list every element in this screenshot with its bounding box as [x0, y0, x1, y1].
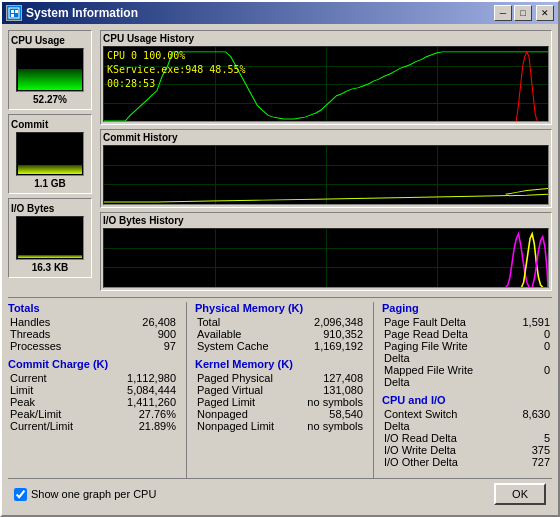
svg-rect-2 — [15, 10, 18, 13]
totals-label-0: Handles — [10, 316, 50, 328]
ok-button[interactable]: OK — [494, 483, 546, 505]
pg-row-2: Paging File Write Delta 0 — [382, 340, 552, 364]
cc-row-1: Limit 5,084,444 — [8, 384, 178, 396]
cpu-io-title: CPU and I/O — [382, 394, 552, 406]
ci-row-2: I/O Write Delta 375 — [382, 444, 552, 456]
ci-label-0: Context Switch Delta — [384, 408, 480, 432]
totals-group: Totals Handles 26,408 Threads 900 Proces… — [8, 302, 178, 352]
km-row-2: Paged Limit no symbols — [195, 396, 365, 408]
cpu-io-group: CPU and I/O Context Switch Delta 8,630 I… — [382, 394, 552, 468]
totals-title: Totals — [8, 302, 178, 314]
kernel-memory-group: Kernel Memory (K) Paged Physical 127,408… — [195, 358, 365, 432]
top-section: CPU Usage 52.27% Commit 1.1 GB I/O — [8, 30, 552, 291]
right-panels: CPU Usage History CPU 0 100.00% KService… — [100, 30, 552, 291]
commit-label: Commit — [11, 119, 48, 130]
cpu-history-graph: CPU 0 100.00% KService.exe:948 48.55% 00… — [103, 46, 549, 122]
km-row-3: Nonpaged 58,540 — [195, 408, 365, 420]
ci-value-1: 5 — [480, 432, 550, 444]
checkbox-area[interactable]: Show one graph per CPU — [14, 488, 156, 501]
cpu-usage-panel: CPU Usage 52.27% — [8, 30, 92, 110]
km-label-0: Paged Physical — [197, 372, 273, 384]
cc-row-0: Current 1,112,980 — [8, 372, 178, 384]
commit-history-label: Commit History — [103, 132, 549, 143]
pm-value-0: 2,096,348 — [293, 316, 363, 328]
totals-label-2: Processes — [10, 340, 61, 352]
io-history-graph — [103, 228, 549, 288]
window-title: System Information — [26, 6, 138, 20]
title-bar: System Information ─ □ ✕ — [2, 2, 558, 24]
pg-label-2: Paging File Write Delta — [384, 340, 480, 364]
paging-group: Paging Page Fault Delta 1,591 Page Read … — [382, 302, 552, 388]
maximize-button[interactable]: □ — [514, 5, 532, 21]
pg-label-1: Page Read Delta — [384, 328, 468, 340]
bottom-bar: Show one graph per CPU OK — [8, 478, 552, 509]
totals-value-1: 900 — [106, 328, 176, 340]
cpu-history-label: CPU Usage History — [103, 33, 549, 44]
divider-2 — [373, 302, 374, 478]
show-graph-checkbox[interactable] — [14, 488, 27, 501]
svg-rect-1 — [11, 10, 14, 13]
km-row-0: Paged Physical 127,408 — [195, 372, 365, 384]
cc-label-0: Current — [10, 372, 47, 384]
minimize-button[interactable]: ─ — [494, 5, 512, 21]
km-row-1: Paged Virtual 131,080 — [195, 384, 365, 396]
km-row-4: Nonpaged Limit no symbols — [195, 420, 365, 432]
cc-value-2: 1,411,260 — [106, 396, 176, 408]
cc-label-1: Limit — [10, 384, 33, 396]
pg-row-1: Page Read Delta 0 — [382, 328, 552, 340]
pg-value-2: 0 — [480, 340, 550, 364]
pm-label-1: Available — [197, 328, 241, 340]
totals-row-0: Handles 26,408 — [8, 316, 178, 328]
data-column-2: Physical Memory (K) Total 2,096,348 Avai… — [195, 302, 365, 478]
svg-rect-3 — [11, 14, 14, 17]
ci-value-0: 8,630 — [480, 408, 550, 432]
cpu-usage-value: 52.27% — [33, 94, 67, 105]
io-bytes-bar — [18, 255, 82, 258]
pm-row-2: System Cache 1,169,192 — [195, 340, 365, 352]
km-value-2: no symbols — [293, 396, 363, 408]
ci-value-2: 375 — [480, 444, 550, 456]
io-history-label: I/O Bytes History — [103, 215, 549, 226]
cc-value-4: 21.89% — [106, 420, 176, 432]
totals-row-2: Processes 97 — [8, 340, 178, 352]
cc-value-0: 1,112,980 — [106, 372, 176, 384]
cc-label-3: Peak/Limit — [10, 408, 61, 420]
cc-row-3: Peak/Limit 27.76% — [8, 408, 178, 420]
commit-history-svg — [104, 146, 548, 204]
data-section: Totals Handles 26,408 Threads 900 Proces… — [8, 297, 552, 478]
pg-value-3: 0 — [480, 364, 550, 388]
commit-history-panel: Commit History — [100, 129, 552, 208]
cpu-usage-bar — [18, 69, 82, 90]
cpu-info-line3: 00:28:53 — [107, 77, 245, 91]
content-area: CPU Usage 52.27% Commit 1.1 GB I/O — [2, 24, 558, 515]
io-bytes-label: I/O Bytes — [11, 203, 54, 214]
km-label-4: Nonpaged Limit — [197, 420, 274, 432]
totals-value-0: 26,408 — [106, 316, 176, 328]
pm-value-1: 910,352 — [293, 328, 363, 340]
km-value-3: 58,540 — [293, 408, 363, 420]
kernel-memory-title: Kernel Memory (K) — [195, 358, 365, 370]
commit-panel: Commit 1.1 GB — [8, 114, 92, 194]
km-label-2: Paged Limit — [197, 396, 255, 408]
main-window: System Information ─ □ ✕ CPU Usage 52.27… — [0, 0, 560, 517]
cpu-usage-bar-container — [16, 48, 84, 92]
ci-row-3: I/O Other Delta 727 — [382, 456, 552, 468]
cpu-info-line1: CPU 0 100.00% — [107, 49, 245, 63]
commit-value: 1.1 GB — [34, 178, 66, 189]
window-icon — [6, 5, 22, 21]
data-column-1: Totals Handles 26,408 Threads 900 Proces… — [8, 302, 178, 478]
ci-label-1: I/O Read Delta — [384, 432, 457, 444]
close-button[interactable]: ✕ — [536, 5, 554, 21]
commit-bar — [18, 165, 82, 174]
cpu-info-text: CPU 0 100.00% KService.exe:948 48.55% 00… — [107, 49, 245, 91]
data-column-3: Paging Page Fault Delta 1,591 Page Read … — [382, 302, 552, 478]
totals-value-2: 97 — [106, 340, 176, 352]
paging-title: Paging — [382, 302, 552, 314]
cpu-usage-label: CPU Usage — [11, 35, 65, 46]
ci-row-1: I/O Read Delta 5 — [382, 432, 552, 444]
pm-label-2: System Cache — [197, 340, 269, 352]
commit-charge-group: Commit Charge (K) Current 1,112,980 Limi… — [8, 358, 178, 432]
left-panels: CPU Usage 52.27% Commit 1.1 GB I/O — [8, 30, 96, 291]
physical-memory-title: Physical Memory (K) — [195, 302, 365, 314]
io-bytes-bar-container — [16, 216, 84, 260]
